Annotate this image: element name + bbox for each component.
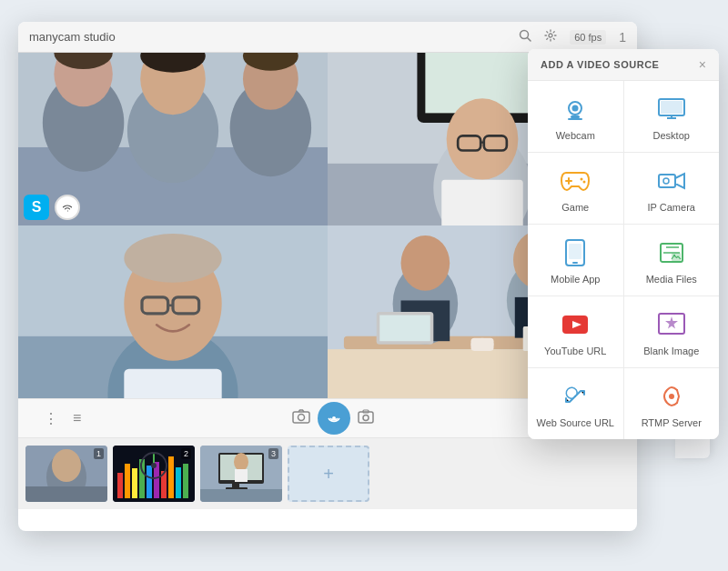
source-item-blankimage[interactable]: Blank Image (624, 296, 720, 367)
fps-badge: 60 fps (570, 30, 606, 45)
dialog-close-button[interactable]: × (699, 58, 706, 71)
source-item-rtmp[interactable]: RTMP Server (624, 368, 720, 439)
svg-point-60 (52, 449, 81, 482)
resolution-badge: 1 (619, 30, 626, 45)
svg-rect-80 (232, 484, 239, 487)
snapshot-icon[interactable] (350, 406, 381, 431)
svg-point-30 (124, 234, 221, 283)
svg-point-53 (363, 416, 369, 421)
add-icon: + (323, 464, 334, 485)
svg-rect-45 (470, 338, 493, 351)
rtmp-icon (657, 382, 686, 411)
thumb-number-3: 3 (268, 448, 278, 459)
svg-rect-70 (168, 456, 174, 498)
title-bar-controls: 60 fps 1 (519, 29, 626, 45)
zoom-icon[interactable] (519, 29, 531, 45)
app-title: manycam studio (29, 30, 511, 44)
video-cell-bottomleft (18, 225, 328, 398)
video-source-dialog: ADD A VIDEO SOURCE × Webcam (528, 49, 719, 439)
svg-point-109 (663, 178, 669, 184)
svg-rect-34 (124, 369, 221, 398)
source-item-websource[interactable]: Web Source URL (528, 368, 623, 439)
desktop-label: Desktop (653, 129, 690, 142)
svg-point-2 (549, 34, 552, 37)
svg-rect-79 (235, 469, 248, 482)
dialog-header: ADD A VIDEO SOURCE × (528, 49, 719, 81)
svg-rect-71 (176, 467, 181, 498)
svg-point-105 (581, 177, 583, 180)
desktop-icon (657, 95, 686, 124)
mobileapp-icon (561, 238, 590, 267)
source-item-youtube[interactable]: YouTube URL (528, 296, 623, 367)
svg-line-1 (528, 38, 531, 42)
svg-rect-96 (571, 115, 580, 118)
dialog-title: ADD A VIDEO SOURCE (541, 59, 659, 70)
settings-icon[interactable] (544, 29, 557, 45)
thumbnail-3[interactable]: 3 (200, 446, 282, 502)
thumbnail-1[interactable]: 1 (25, 446, 107, 502)
webcam-label: Webcam (556, 129, 595, 142)
dialog-grid: Webcam Desktop (528, 81, 719, 439)
blankimage-icon (657, 310, 686, 339)
svg-point-51 (332, 416, 336, 420)
thumbnail-strip: 1 (18, 438, 637, 509)
svg-rect-22 (441, 180, 522, 225)
websource-label: Web Source URL (537, 416, 614, 429)
blankimage-label: Blank Image (643, 345, 699, 357)
mediafiles-icon (657, 238, 686, 267)
svg-rect-47 (379, 316, 430, 342)
list-icon[interactable]: ≡ (66, 406, 88, 430)
websource-icon (561, 382, 590, 411)
game-label: Game (561, 201, 589, 214)
svg-point-78 (234, 453, 248, 471)
thumb-number-1: 1 (94, 448, 104, 459)
svg-rect-64 (125, 464, 130, 498)
video-cell-topleft: S (18, 53, 328, 225)
svg-point-50 (298, 415, 304, 421)
ipcamera-label: IP Camera (648, 201, 695, 214)
camera-icon[interactable] (285, 406, 318, 431)
svg-point-95 (572, 105, 579, 111)
svg-rect-61 (25, 486, 107, 502)
ipcamera-icon (657, 166, 686, 195)
thumbnail-2[interactable]: 2 (113, 446, 195, 502)
svg-rect-63 (117, 473, 123, 498)
svg-rect-67 (147, 466, 152, 498)
menu-icon[interactable]: ⋮ (36, 406, 66, 431)
svg-rect-97 (568, 118, 582, 120)
game-icon (561, 166, 590, 195)
broadcast-button[interactable] (318, 402, 350, 435)
svg-point-115 (673, 255, 675, 256)
svg-point-106 (583, 180, 586, 183)
mediafiles-label: Media Files (646, 273, 697, 286)
source-item-ipcamera[interactable]: IP Camera (624, 153, 720, 224)
title-bar: manycam studio 60 fps 1 (18, 22, 637, 53)
youtube-icon (561, 310, 590, 339)
svg-rect-65 (132, 468, 137, 498)
source-item-desktop[interactable]: Desktop (624, 81, 720, 152)
mobileapp-label: Mobile App (551, 273, 600, 286)
svg-rect-112 (569, 244, 581, 259)
rtmp-label: RTMP Server (642, 416, 702, 429)
source-item-mediafiles[interactable]: Media Files (624, 225, 720, 296)
thumb-number-2: 2 (181, 448, 191, 459)
source-item-mobileapp[interactable]: Mobile App (528, 225, 623, 296)
source-item-game[interactable]: Game (528, 153, 623, 224)
source-item-webcam[interactable]: Webcam (528, 81, 623, 152)
svg-rect-82 (200, 489, 282, 502)
svg-marker-108 (675, 174, 684, 188)
thumbnail-add[interactable]: + (288, 446, 369, 502)
svg-rect-72 (183, 464, 188, 498)
svg-point-74 (151, 463, 157, 468)
youtube-label: YouTube URL (544, 345, 606, 357)
svg-point-119 (669, 394, 674, 399)
skype-badge[interactable]: S (24, 195, 49, 220)
svg-rect-107 (659, 175, 675, 187)
app-wrapper: manycam studio 60 fps 1 (18, 22, 710, 549)
svg-rect-99 (661, 101, 682, 114)
svg-point-39 (401, 235, 450, 291)
wifi-badge[interactable] (55, 195, 80, 220)
webcam-icon (561, 95, 590, 124)
video-feed-3 (18, 225, 328, 398)
